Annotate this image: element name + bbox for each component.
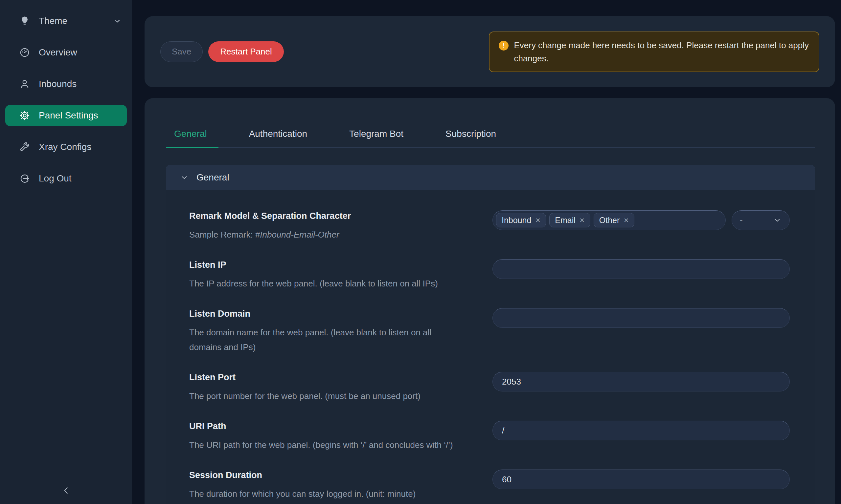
separator-select[interactable]: -: [732, 210, 790, 230]
sidebar-collapse-button[interactable]: [61, 485, 72, 496]
sidebar-item-inbounds[interactable]: Inbounds: [5, 73, 127, 94]
logout-icon: [19, 173, 30, 184]
field-label: Session Duration: [189, 470, 493, 481]
sidebar-item-label: Xray Configs: [39, 142, 91, 152]
remove-tag-icon[interactable]: ✕: [535, 217, 540, 224]
field-label: Listen Domain: [189, 308, 493, 319]
field-description: The domain name for the web panel. (leav…: [189, 325, 493, 355]
alert-text: Every change made here needs to be saved…: [514, 39, 809, 65]
separator-value: -: [740, 215, 743, 226]
listen-domain-input[interactable]: [493, 308, 790, 328]
alert-text-line: Every change made here needs to be saved…: [514, 39, 809, 52]
field-label: URI Path: [189, 421, 493, 432]
general-section: General Remark Model & Separation Charac…: [166, 165, 815, 504]
form-row-session-duration: Session Duration The duration for which …: [189, 470, 790, 501]
main-content: Save Restart Panel ! Every change made h…: [132, 0, 841, 504]
form-row-listen-port: Listen Port The port number for the web …: [189, 372, 790, 403]
section-title: General: [196, 172, 229, 183]
general-section-body: Remark Model & Separation Character Samp…: [166, 190, 815, 504]
sidebar-item-log-out[interactable]: Log Out: [5, 168, 127, 189]
gauge-icon: [19, 47, 30, 58]
field-description: The duration for which you can stay logg…: [189, 487, 493, 501]
listen-port-input[interactable]: [493, 372, 790, 392]
remove-tag-icon[interactable]: ✕: [623, 217, 629, 224]
tag-label: Email: [555, 216, 576, 225]
chevron-down-icon: [113, 17, 122, 25]
chevron-left-icon: [61, 485, 72, 496]
field-label: Remark Model & Separation Character: [189, 210, 493, 221]
save-button[interactable]: Save: [160, 41, 203, 62]
tag-email: Email ✕: [549, 213, 590, 228]
field-description: The URI path for the web panel. (begins …: [189, 438, 493, 452]
sidebar-item-theme[interactable]: Theme: [5, 11, 127, 32]
uri-path-input[interactable]: [493, 421, 790, 440]
field-label: Listen IP: [189, 259, 493, 270]
remove-tag-icon[interactable]: ✕: [580, 217, 585, 224]
alert-text-line: changes.: [514, 52, 809, 65]
tag-inbound: Inbound ✕: [496, 213, 546, 228]
general-section-header[interactable]: General: [166, 165, 815, 190]
description-line: domains and IPs): [189, 340, 493, 355]
description-line: The IP address for the web panel. (leave…: [189, 276, 493, 291]
listen-ip-input[interactable]: [493, 259, 790, 279]
wrench-icon: [19, 141, 30, 152]
form-row-remark-model: Remark Model & Separation Character Samp…: [189, 210, 790, 242]
field-label: Listen Port: [189, 372, 493, 383]
description-line: The duration for which you can stay logg…: [189, 487, 493, 501]
sidebar-item-xray-configs[interactable]: Xray Configs: [5, 137, 127, 158]
remark-model-multiselect[interactable]: Inbound ✕ Email ✕ Other ✕: [493, 210, 726, 230]
sidebar-item-label: Inbounds: [39, 79, 76, 89]
restart-panel-button[interactable]: Restart Panel: [208, 41, 284, 62]
sample-remark-prefix: Sample Remark:: [189, 230, 255, 239]
user-icon: [19, 78, 30, 90]
tag-other: Other ✕: [594, 213, 634, 228]
form-row-listen-ip: Listen IP The IP address for the web pan…: [189, 259, 790, 291]
sidebar-item-overview[interactable]: Overview: [5, 42, 127, 63]
sidebar-item-label: Log Out: [39, 173, 72, 184]
sample-remark-value: #Inbound-Email-Other: [255, 230, 339, 239]
chevron-down-icon: [180, 173, 189, 182]
settings-tabs: General Authentication Telegram Bot Subs…: [166, 128, 815, 148]
tab-subscription[interactable]: Subscription: [445, 128, 496, 140]
lightbulb-icon: [19, 15, 30, 26]
chevron-down-icon: [773, 216, 782, 224]
field-description: Sample Remark: #Inbound-Email-Other: [189, 228, 493, 242]
form-row-listen-domain: Listen Domain The domain name for the we…: [189, 308, 790, 355]
field-description: The IP address for the web panel. (leave…: [189, 276, 493, 291]
tag-label: Other: [599, 216, 620, 225]
tab-general[interactable]: General: [174, 128, 207, 140]
gear-icon: [19, 110, 30, 121]
description-line: The domain name for the web panel. (leav…: [189, 325, 493, 340]
warning-icon: !: [499, 41, 509, 51]
description-line: The URI path for the web panel. (begins …: [189, 438, 493, 452]
sidebar-item-panel-settings[interactable]: Panel Settings: [5, 105, 127, 126]
form-row-uri-path: URI Path The URI path for the web panel.…: [189, 421, 790, 452]
field-description: The port number for the web panel. (must…: [189, 389, 493, 403]
description-line: The port number for the web panel. (must…: [189, 389, 493, 403]
settings-card: General Authentication Telegram Bot Subs…: [144, 98, 835, 504]
session-duration-input[interactable]: [493, 470, 790, 489]
tag-label: Inbound: [502, 216, 531, 225]
sidebar-item-label: Theme: [39, 16, 67, 26]
active-tab-indicator: [166, 147, 219, 148]
tab-telegram-bot[interactable]: Telegram Bot: [349, 128, 404, 140]
toolbar-card: Save Restart Panel ! Every change made h…: [144, 16, 835, 87]
sidebar-item-label: Overview: [39, 47, 77, 58]
sidebar: Theme Overview Inbounds Panel Settings X…: [0, 0, 132, 504]
restart-warning-alert: ! Every change made here needs to be sav…: [489, 32, 819, 72]
tab-authentication[interactable]: Authentication: [249, 128, 307, 140]
sidebar-item-label: Panel Settings: [39, 110, 98, 121]
